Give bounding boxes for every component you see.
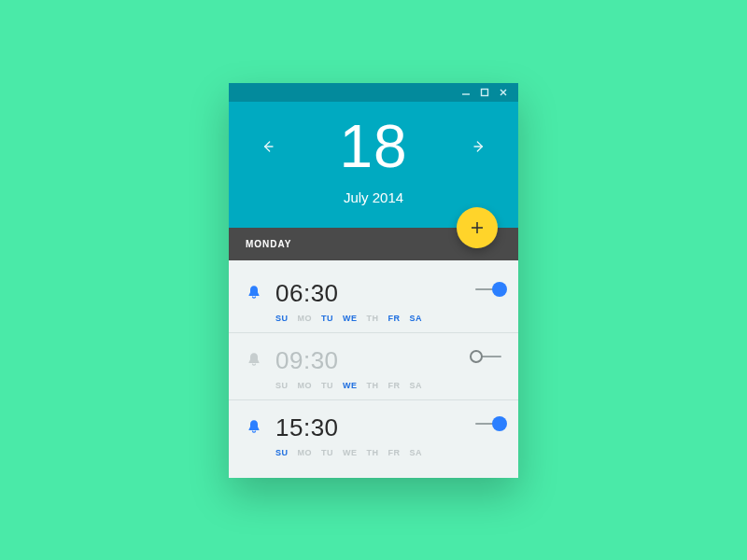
day-th[interactable]: TH: [367, 448, 379, 457]
day-we[interactable]: WE: [343, 314, 358, 323]
day-tu[interactable]: TU: [321, 448, 333, 457]
add-alarm-button[interactable]: [457, 207, 498, 248]
next-day-button[interactable]: [468, 135, 490, 158]
day-selector: SUMOTUWETHFRSA: [275, 314, 453, 323]
alarm-toggle[interactable]: [453, 346, 509, 357]
alarm-row: 06:30SUMOTUWETHFRSA: [229, 266, 518, 333]
minimize-button[interactable]: [460, 87, 472, 98]
day-selector: SUMOTUWETHFRSA: [275, 381, 453, 390]
alarm-time[interactable]: 15:30: [275, 413, 453, 442]
alarm-main: 09:30SUMOTUWETHFRSA: [274, 346, 453, 390]
day-mo[interactable]: MO: [298, 448, 313, 457]
month-year-label: July 2014: [229, 189, 518, 205]
bell-icon: [234, 413, 274, 434]
alarm-time[interactable]: 09:30: [275, 346, 453, 375]
day-fr[interactable]: FR: [388, 381, 401, 390]
day-th[interactable]: TH: [367, 381, 379, 390]
day-number: 18: [339, 117, 407, 176]
day-th[interactable]: TH: [367, 314, 379, 323]
weekday-label: MONDAY: [246, 239, 292, 249]
weekday-bar: MONDAY: [229, 228, 518, 260]
day-sa[interactable]: SA: [410, 314, 423, 323]
day-fr[interactable]: FR: [388, 448, 401, 457]
day-tu[interactable]: TU: [321, 314, 333, 323]
alarm-main: 15:30SUMOTUWETHFRSA: [274, 413, 453, 457]
day-sa[interactable]: SA: [410, 381, 423, 390]
close-button[interactable]: [498, 87, 509, 98]
day-selector: SUMOTUWETHFRSA: [275, 448, 453, 457]
window-titlebar: [229, 83, 518, 102]
day-su[interactable]: SU: [275, 314, 289, 323]
maximize-button[interactable]: [479, 87, 490, 98]
day-mo[interactable]: MO: [298, 314, 313, 323]
alarm-clock-widget: 18 July 2014 MONDAY 06:30SUMOTUWETHFRSA0…: [229, 83, 518, 478]
day-we[interactable]: WE: [343, 448, 358, 457]
alarm-list: 06:30SUMOTUWETHFRSA09:30SUMOTUWETHFRSA15…: [229, 260, 518, 478]
svg-rect-1: [482, 89, 488, 95]
alarm-row: 09:30SUMOTUWETHFRSA: [229, 333, 518, 400]
alarm-time[interactable]: 06:30: [275, 279, 453, 308]
day-fr[interactable]: FR: [388, 314, 401, 323]
day-sa[interactable]: SA: [410, 448, 423, 457]
previous-day-button[interactable]: [257, 135, 279, 158]
alarm-row: 15:30SUMOTUWETHFRSA: [229, 400, 518, 467]
day-we[interactable]: WE: [343, 381, 358, 390]
day-tu[interactable]: TU: [321, 381, 333, 390]
day-su[interactable]: SU: [275, 381, 289, 390]
bell-icon: [234, 279, 274, 300]
alarm-main: 06:30SUMOTUWETHFRSA: [274, 279, 453, 323]
alarm-toggle[interactable]: [453, 279, 509, 290]
day-mo[interactable]: MO: [298, 381, 313, 390]
bell-icon: [234, 346, 274, 367]
day-su[interactable]: SU: [275, 448, 289, 457]
plus-icon: [470, 220, 485, 235]
alarm-toggle[interactable]: [453, 413, 509, 425]
